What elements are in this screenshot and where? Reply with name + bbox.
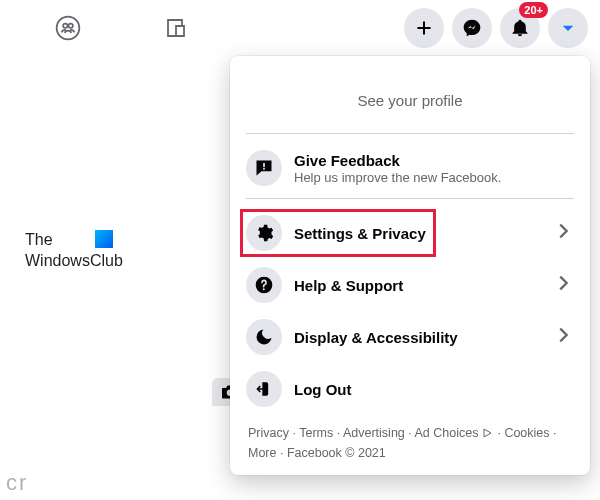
svg-point-0: [57, 17, 80, 40]
menu-item-help-support[interactable]: Help & Support: [238, 259, 582, 311]
feedback-icon: [246, 150, 282, 186]
see-profile-link[interactable]: See your profile: [238, 64, 582, 129]
footer-adchoices[interactable]: Ad Choices: [405, 426, 494, 440]
footer-cookies[interactable]: Cookies: [494, 426, 550, 440]
menu-item-logout[interactable]: Log Out: [238, 363, 582, 415]
watermark-line2: WindowsClub: [25, 251, 123, 272]
footer-terms[interactable]: Terms: [289, 426, 333, 440]
menu-item-settings-privacy[interactable]: Settings & Privacy: [238, 207, 582, 259]
menu-item-feedback[interactable]: Give Feedback Help us improve the new Fa…: [238, 142, 582, 194]
notification-badge: 20+: [519, 2, 548, 18]
menu-footer-links: PrivacyTermsAdvertisingAd Choices Cookie…: [238, 415, 582, 463]
watermark-line1: The: [25, 231, 53, 248]
windowsclub-logo-icon: [95, 230, 113, 248]
menu-label: Log Out: [294, 381, 574, 398]
menu-label: Give Feedback: [294, 152, 574, 169]
top-navbar: 20+: [0, 0, 600, 56]
messenger-button[interactable]: [452, 8, 492, 48]
gaming-icon[interactable]: [162, 14, 190, 42]
create-button[interactable]: [404, 8, 444, 48]
chevron-right-icon: [552, 272, 574, 298]
footer-privacy[interactable]: Privacy: [248, 426, 289, 440]
svg-rect-4: [263, 163, 265, 167]
account-dropdown-button[interactable]: [548, 8, 588, 48]
svg-rect-5: [263, 168, 265, 170]
menu-divider: [246, 133, 574, 134]
moon-icon: [246, 319, 282, 355]
footer-advertising[interactable]: Advertising: [333, 426, 405, 440]
logout-icon: [246, 371, 282, 407]
menu-label: Display & Accessibility: [294, 329, 540, 346]
groups-icon[interactable]: [54, 14, 82, 42]
menu-sublabel: Help us improve the new Facebook.: [294, 170, 574, 185]
menu-divider: [246, 198, 574, 199]
menu-label: Settings & Privacy: [294, 225, 540, 242]
footer-copyright: Facebook © 2021: [276, 446, 385, 460]
corner-text: cr: [0, 466, 34, 500]
chevron-right-icon: [552, 324, 574, 350]
svg-point-7: [263, 288, 265, 290]
chevron-right-icon: [552, 220, 574, 246]
help-icon: [246, 267, 282, 303]
svg-point-1: [63, 24, 67, 28]
menu-item-display-accessibility[interactable]: Display & Accessibility: [238, 311, 582, 363]
gear-icon: [246, 215, 282, 251]
svg-point-2: [69, 24, 73, 28]
menu-label: Help & Support: [294, 277, 540, 294]
page-watermark: The WindowsClub: [25, 230, 123, 272]
account-menu: See your profile Give Feedback Help us i…: [230, 56, 590, 475]
notifications-button[interactable]: 20+: [500, 8, 540, 48]
